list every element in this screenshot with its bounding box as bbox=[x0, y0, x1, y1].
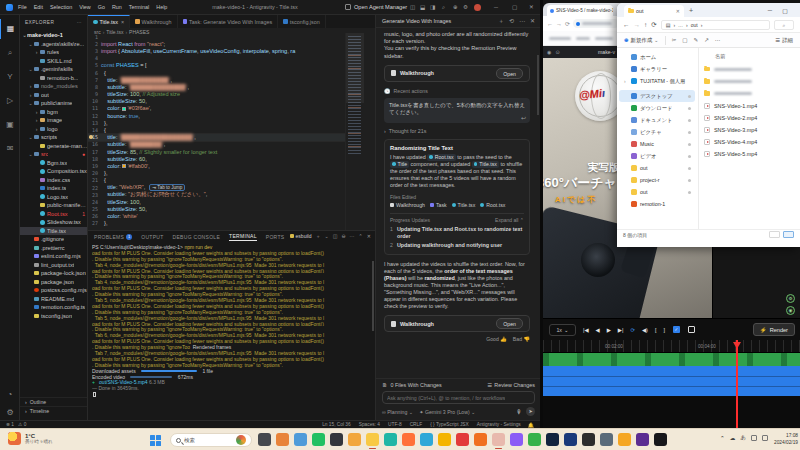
taskbar-app-app[interactable] bbox=[510, 433, 523, 446]
code-line[interactable]: 17 titleSize: 85, // Slightly smaller fo… bbox=[88, 148, 345, 155]
taskbar-app-paint[interactable] bbox=[492, 433, 505, 446]
details-view-toggle[interactable] bbox=[783, 231, 794, 238]
layout-sidebar-icon[interactable]: ◫ bbox=[410, 4, 415, 10]
up-icon[interactable]: ↑ bbox=[644, 21, 647, 28]
code-line[interactable]: 20 }, bbox=[88, 170, 345, 177]
new-terminal-icon[interactable]: ＋ bbox=[315, 233, 320, 239]
taskbar-clock[interactable]: 17:08 2024/02/19 bbox=[774, 432, 798, 446]
taskbar-app-media-player[interactable] bbox=[654, 433, 667, 446]
code-line[interactable]: 12 bounce: true, bbox=[88, 112, 345, 119]
code-line[interactable]: 1 bbox=[88, 33, 345, 40]
file-tree-item[interactable]: generate-manife... bbox=[20, 142, 88, 151]
file-tree-item[interactable]: ›image bbox=[20, 116, 88, 125]
code-line[interactable]: 21 { bbox=[88, 177, 345, 184]
status-item[interactable]: UTF-8 bbox=[388, 422, 402, 427]
agent-close-icon[interactable]: ✕ bbox=[530, 17, 535, 26]
file-tree-item[interactable]: lint_output.txt bbox=[20, 261, 88, 270]
taskbar-app-app[interactable] bbox=[456, 433, 469, 446]
requote-icon[interactable]: ↩ bbox=[521, 114, 526, 121]
explorer-nav-item[interactable]: デスクトップ bbox=[619, 90, 695, 102]
file-tree-item[interactable]: ›bgm bbox=[20, 108, 88, 117]
loop-icon[interactable]: ⟳ bbox=[630, 327, 635, 333]
explorer-nav-item[interactable]: remotion-1 bbox=[619, 198, 695, 210]
editor-tab[interactable]: tsconfig.json bbox=[278, 15, 325, 28]
file-tree-item[interactable]: ›logo bbox=[20, 125, 88, 134]
code-line[interactable]: 6 { bbox=[88, 69, 345, 76]
account-avatar[interactable] bbox=[474, 4, 481, 11]
taskbar-app-photoshop[interactable] bbox=[546, 433, 559, 446]
rename-icon[interactable]: ✎ bbox=[694, 37, 699, 43]
mic-icon[interactable]: 🎙 bbox=[516, 409, 522, 415]
tray-expand-icon[interactable]: ⌃ bbox=[720, 435, 725, 441]
status-item[interactable]: Antigravity - Settings bbox=[477, 422, 521, 427]
breadcrumb[interactable]: ▤›…› out› bbox=[661, 20, 770, 30]
file-row[interactable] bbox=[701, 63, 800, 75]
taskbar-app-app[interactable] bbox=[582, 433, 595, 446]
menu-item[interactable]: Run bbox=[112, 4, 122, 10]
remotion-target-icon[interactable]: ⊙ bbox=[555, 49, 559, 55]
browser-forward-icon[interactable]: → bbox=[556, 21, 562, 27]
taskbar-app-app[interactable] bbox=[294, 433, 307, 446]
taskbar-app-app[interactable] bbox=[474, 433, 487, 446]
explorer-search[interactable]: ⌕ bbox=[774, 20, 794, 30]
network-icon[interactable] bbox=[751, 435, 757, 441]
new-button[interactable]: ⊕新規作成⌄ bbox=[624, 37, 659, 44]
playhead-line[interactable] bbox=[736, 340, 738, 428]
edited-file-chip[interactable]: Title.tsx bbox=[452, 202, 476, 208]
file-tree-item[interactable]: Bgm.tsx bbox=[20, 159, 88, 168]
settings-gear-icon[interactable]: ⚙ bbox=[463, 4, 468, 10]
menu-item[interactable]: Help bbox=[156, 4, 167, 10]
file-tree-item[interactable]: remotion.config.ts bbox=[20, 303, 88, 312]
render-button[interactable]: ⚡Render bbox=[753, 323, 795, 336]
code-line[interactable]: 13 }, bbox=[88, 119, 345, 126]
new-chat-icon[interactable]: ＋ bbox=[498, 17, 504, 26]
expand-all-button[interactable]: Expand all ⌃ bbox=[495, 217, 524, 223]
file-row[interactable]: SNS-Video-3.mp4 bbox=[701, 124, 800, 136]
file-row[interactable]: SNS-Video-2.mp4 bbox=[701, 112, 800, 124]
back-icon[interactable]: ← bbox=[623, 21, 630, 28]
tab-close-icon[interactable]: ✕ bbox=[676, 8, 680, 14]
code-line[interactable]: 3import { AbsoluteFill, useCurrentFrame,… bbox=[88, 47, 345, 54]
file-row[interactable]: SNS-Video-5.mp4 bbox=[701, 148, 800, 160]
thought-row[interactable]: ›Thought for 21s bbox=[384, 128, 530, 134]
code-line[interactable]: 15 title: "██████████████████", bbox=[88, 134, 345, 141]
sidebar-section-outline[interactable]: ›Outline bbox=[20, 397, 88, 406]
playback-speed-dropdown[interactable]: 1x⌄ bbox=[549, 324, 576, 336]
status-item[interactable]: { } TypeScript JSX bbox=[430, 422, 469, 427]
transparency-toggle[interactable]: ✓ bbox=[673, 326, 680, 333]
explorer-tab[interactable]: out ✕ bbox=[624, 5, 684, 17]
code-line[interactable]: 25 subtitleSize: 50, bbox=[88, 206, 345, 213]
sidebar-more-icon[interactable]: ⋯ bbox=[77, 20, 82, 25]
model-dropdown[interactable]: ✦ Gemini 3 Pro (Low) ⌄ bbox=[419, 409, 475, 415]
ime-indicator[interactable]: あ bbox=[740, 434, 746, 442]
file-tree-item[interactable]: Logo.tsx bbox=[20, 193, 88, 202]
panel-tab-problems[interactable]: PROBLEMS1 bbox=[94, 234, 132, 240]
window-minimize-icon[interactable]: ─ bbox=[494, 4, 498, 10]
panel-tab-terminal[interactable]: TERMINAL bbox=[229, 233, 257, 241]
explorer-nav-item[interactable]: out bbox=[619, 186, 695, 198]
file-row[interactable]: SNS-Video-1.mp4 bbox=[701, 100, 800, 112]
forward-icon[interactable]: → bbox=[634, 21, 641, 28]
open-walkthrough-button[interactable]: Open bbox=[496, 68, 523, 79]
maximize-icon[interactable]: ▢ bbox=[782, 7, 788, 14]
mode-dropdown[interactable]: ∞ Planning ⌄ bbox=[382, 409, 413, 415]
code-line[interactable]: 14 { bbox=[88, 126, 345, 133]
file-tree-item[interactable]: .prettierrc bbox=[20, 244, 88, 253]
shell-dropdown-icon[interactable]: ⌄ bbox=[324, 233, 328, 239]
menu-item[interactable]: File bbox=[18, 4, 27, 10]
file-row[interactable] bbox=[701, 87, 800, 99]
kill-terminal-icon[interactable]: ⊖ bbox=[341, 233, 345, 239]
code-line[interactable]: 19 color: '#ffab00', bbox=[88, 162, 345, 169]
minimap[interactable] bbox=[345, 33, 363, 230]
explorer-nav-item[interactable]: Music bbox=[619, 138, 695, 150]
file-tree-item[interactable]: package.json bbox=[20, 278, 88, 287]
code-line[interactable]: 23 subtitle: "お気軽にお問合せください。", bbox=[88, 191, 345, 198]
panel-more-icon[interactable]: ⋯ bbox=[350, 233, 355, 239]
remotion-menu-icon[interactable]: ◉ bbox=[547, 49, 551, 55]
taskbar-app-app[interactable] bbox=[528, 433, 541, 446]
file-tree-item[interactable]: index.css bbox=[20, 176, 88, 185]
review-changes-button[interactable]: ☰Review Changes bbox=[487, 382, 535, 388]
account-icon[interactable]: ◔ bbox=[0, 385, 20, 405]
panel-tab-output[interactable]: OUTPUT bbox=[141, 234, 163, 240]
panel-close-icon[interactable]: ✕ bbox=[367, 233, 371, 239]
